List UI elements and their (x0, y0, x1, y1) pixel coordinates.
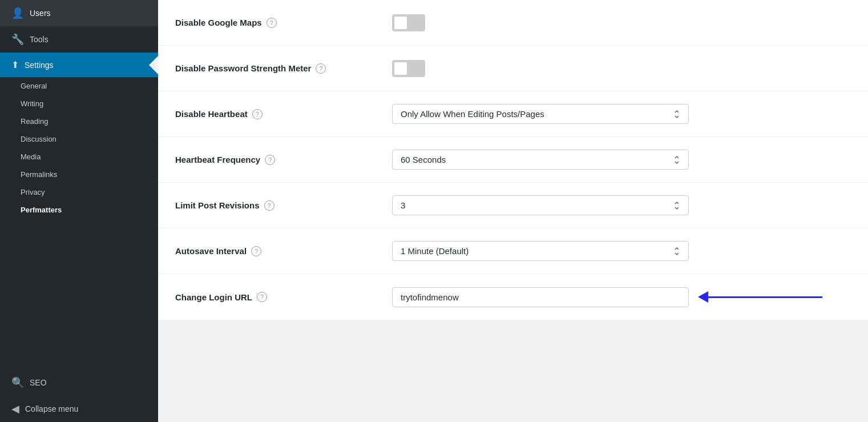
sidebar-sub-discussion[interactable]: Discussion (0, 130, 158, 148)
label-disable-heartbeat: Disable Heartbeat ? (175, 109, 392, 119)
sidebar-sub-privacy[interactable]: Privacy (0, 183, 158, 201)
arrow-head (698, 291, 708, 303)
control-heartbeat-frequency: 15 Seconds 30 Seconds 60 Seconds 120 Sec… (392, 150, 851, 170)
sidebar-sub-writing[interactable]: Writing (0, 95, 158, 112)
arrow-annotation (698, 291, 822, 303)
tools-icon: 🔧 (11, 33, 24, 46)
row-heartbeat-frequency: Heartbeat Frequency ? 15 Seconds 30 Seco… (158, 137, 868, 183)
sidebar-sub-perfmatters[interactable]: Perfmatters (0, 201, 158, 219)
control-disable-password-strength (392, 60, 851, 77)
help-icon-autosave-interval[interactable]: ? (251, 246, 261, 256)
label-disable-google-maps: Disable Google Maps ? (175, 18, 392, 28)
control-change-login-url (392, 287, 851, 307)
row-disable-heartbeat: Disable Heartbeat ? Disable Everywhere O… (158, 91, 868, 137)
select-heartbeat-frequency[interactable]: 15 Seconds 30 Seconds 60 Seconds 120 Sec… (392, 150, 689, 170)
collapse-icon: ◀ (11, 403, 19, 415)
sidebar-item-seo[interactable]: 🔍 SEO (0, 369, 158, 396)
arrow-line (708, 296, 822, 298)
sidebar-sub-permalinks[interactable]: Permalinks (0, 166, 158, 183)
help-icon-heartbeat-frequency[interactable]: ? (265, 155, 275, 165)
toggle-disable-password-strength[interactable] (392, 60, 425, 77)
sidebar-item-label: Collapse menu (25, 404, 78, 413)
help-icon-limit-post-revisions[interactable]: ? (264, 200, 274, 211)
settings-table: Disable Google Maps ? Disable Password S… (158, 0, 868, 320)
input-change-login-url[interactable] (392, 287, 689, 307)
help-icon-google-maps[interactable]: ? (267, 18, 277, 28)
sidebar-item-label: SEO (30, 378, 47, 387)
sidebar: 👤 Users 🔧 Tools ⬆ Settings General Writi… (0, 0, 158, 422)
sidebar-sub-media[interactable]: Media (0, 148, 158, 166)
select-limit-post-revisions[interactable]: 1 2 3 4 5 Unlimited (392, 195, 689, 215)
toggle-disable-google-maps[interactable] (392, 14, 425, 31)
sidebar-item-label: Users (30, 9, 51, 18)
select-autosave-interval[interactable]: 1 Minute (Default) 2 Minutes 5 Minutes 1… (392, 241, 689, 261)
help-icon-disable-heartbeat[interactable]: ? (252, 109, 263, 119)
label-limit-post-revisions: Limit Post Revisions ? (175, 200, 392, 211)
settings-icon: ⬆ (11, 59, 19, 70)
row-autosave-interval: Autosave Interval ? 1 Minute (Default) 2… (158, 228, 868, 274)
control-limit-post-revisions: 1 2 3 4 5 Unlimited (392, 195, 851, 215)
row-limit-post-revisions: Limit Post Revisions ? 1 2 3 4 5 Unlimit… (158, 183, 868, 228)
row-disable-password-strength: Disable Password Strength Meter ? (158, 46, 868, 91)
sidebar-item-tools[interactable]: 🔧 Tools (0, 26, 158, 53)
seo-icon: 🔍 (11, 376, 24, 389)
label-heartbeat-frequency: Heartbeat Frequency ? (175, 155, 392, 165)
sidebar-item-label: Settings (25, 61, 54, 70)
users-icon: 👤 (11, 7, 24, 19)
control-disable-google-maps (392, 14, 851, 31)
sidebar-sub-general[interactable]: General (0, 77, 158, 95)
row-change-login-url: Change Login URL ? (158, 274, 868, 320)
help-icon-change-login-url[interactable]: ? (257, 292, 267, 302)
sidebar-item-users[interactable]: 👤 Users (0, 0, 158, 26)
label-autosave-interval: Autosave Interval ? (175, 246, 392, 256)
control-disable-heartbeat: Disable Everywhere Only Allow When Editi… (392, 104, 851, 124)
help-icon-password-strength[interactable]: ? (316, 63, 326, 74)
sidebar-item-collapse[interactable]: ◀ Collapse menu (0, 396, 158, 422)
sidebar-item-label: Tools (30, 35, 49, 44)
select-disable-heartbeat[interactable]: Disable Everywhere Only Allow When Editi… (392, 104, 689, 124)
sidebar-sub-reading[interactable]: Reading (0, 112, 158, 130)
sidebar-item-settings[interactable]: ⬆ Settings (0, 53, 158, 77)
label-disable-password-strength: Disable Password Strength Meter ? (175, 63, 392, 74)
control-autosave-interval: 1 Minute (Default) 2 Minutes 5 Minutes 1… (392, 241, 851, 261)
settings-submenu: General Writing Reading Discussion Media… (0, 77, 158, 219)
main-content: Disable Google Maps ? Disable Password S… (158, 0, 868, 422)
row-disable-google-maps: Disable Google Maps ? (158, 0, 868, 46)
label-change-login-url: Change Login URL ? (175, 292, 392, 302)
